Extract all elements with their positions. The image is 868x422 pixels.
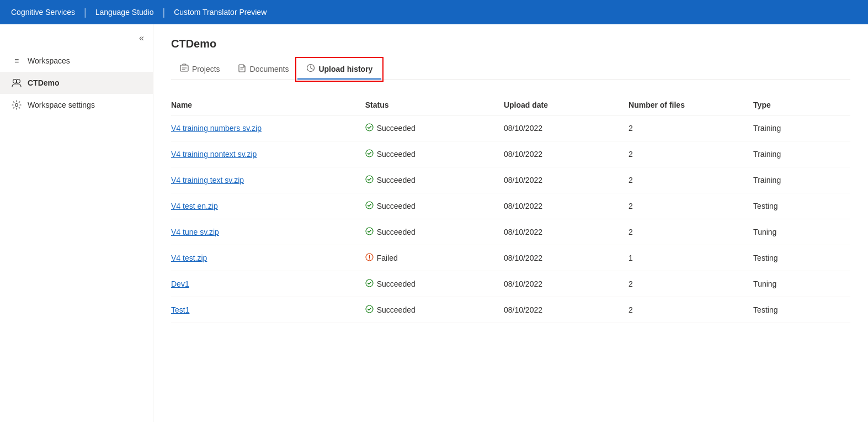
file-link[interactable]: Test1 bbox=[171, 305, 189, 314]
tabs-bar: Projects Documents bbox=[171, 59, 850, 80]
status-cell: Succeeded bbox=[365, 175, 495, 185]
status-cell: Succeeded bbox=[365, 149, 495, 159]
sidebar-item-ctdemo[interactable]: CTDemo bbox=[0, 72, 153, 94]
tab-upload-history-label: Upload history bbox=[318, 65, 372, 73]
upload-date-cell: 08/10/2022 bbox=[504, 193, 629, 219]
svg-point-8 bbox=[366, 202, 373, 209]
tab-documents[interactable]: Documents bbox=[229, 59, 298, 80]
succeeded-icon bbox=[365, 201, 374, 211]
svg-point-5 bbox=[366, 124, 373, 131]
file-link[interactable]: Dev1 bbox=[171, 279, 189, 288]
file-link[interactable]: V4 training nontext sv.zip bbox=[171, 150, 257, 159]
tab-upload-history[interactable]: Upload history bbox=[297, 59, 381, 80]
topbar-sep-1: | bbox=[84, 7, 87, 18]
type-cell: Testing bbox=[753, 297, 850, 323]
col-header-status: Status bbox=[365, 95, 504, 115]
succeeded-icon bbox=[365, 123, 374, 133]
status-cell: Succeeded bbox=[365, 227, 495, 237]
status-text: Succeeded bbox=[377, 228, 416, 236]
num-files-cell: 2 bbox=[629, 297, 753, 323]
workspace-settings-icon bbox=[11, 99, 22, 110]
sidebar-item-workspace-settings-label: Workspace settings bbox=[28, 101, 95, 109]
topbar-sep-2: | bbox=[163, 7, 166, 18]
file-link[interactable]: V4 training numbers sv.zip bbox=[171, 124, 262, 133]
sidebar-item-ctdemo-label: CTDemo bbox=[28, 78, 60, 87]
documents-tab-icon bbox=[238, 64, 247, 74]
file-link[interactable]: V4 test.zip bbox=[171, 254, 207, 262]
upload-date-cell: 08/10/2022 bbox=[504, 115, 629, 141]
sidebar-item-workspaces-label: Workspaces bbox=[28, 56, 70, 65]
status-cell: Succeeded bbox=[365, 279, 495, 289]
file-link[interactable]: V4 training text sv.zip bbox=[171, 176, 244, 184]
succeeded-icon bbox=[365, 279, 374, 289]
table-row: V4 test en.zipSucceeded08/10/20222Testin… bbox=[171, 193, 850, 219]
status-cell: Succeeded bbox=[365, 201, 495, 211]
col-header-upload-date: Upload date bbox=[504, 95, 629, 115]
type-cell: Training bbox=[753, 167, 850, 193]
num-files-cell: 2 bbox=[629, 141, 753, 167]
ctdemo-icon bbox=[11, 77, 22, 88]
brand-language[interactable]: Language Studio bbox=[95, 8, 154, 17]
tab-projects-label: Projects bbox=[192, 65, 220, 73]
upload-date-cell: 08/10/2022 bbox=[504, 297, 629, 323]
status-text: Failed bbox=[377, 254, 398, 262]
table-row: V4 test.zipFailed08/10/20221Testing bbox=[171, 245, 850, 271]
status-cell: Failed bbox=[365, 253, 495, 263]
status-text: Succeeded bbox=[377, 279, 416, 288]
succeeded-icon bbox=[365, 305, 374, 315]
failed-icon bbox=[365, 253, 374, 263]
brand-custom-translator[interactable]: Custom Translator Preview bbox=[174, 8, 267, 17]
table-row: V4 tune sv.zipSucceeded08/10/20222Tuning bbox=[171, 219, 850, 245]
upload-date-cell: 08/10/2022 bbox=[504, 141, 629, 167]
workspaces-icon: ≡ bbox=[11, 55, 22, 66]
sidebar: « ≡ Workspaces CTDemo Wo bbox=[0, 24, 153, 422]
type-cell: Tuning bbox=[753, 219, 850, 245]
upload-date-cell: 08/10/2022 bbox=[504, 271, 629, 297]
upload-date-cell: 08/10/2022 bbox=[504, 219, 629, 245]
table-row: V4 training numbers sv.zipSucceeded08/10… bbox=[171, 115, 850, 141]
table-row: V4 training nontext sv.zipSucceeded08/10… bbox=[171, 141, 850, 167]
svg-point-12 bbox=[366, 305, 373, 313]
tab-documents-label: Documents bbox=[250, 65, 289, 73]
num-files-cell: 2 bbox=[629, 167, 753, 193]
upload-date-cell: 08/10/2022 bbox=[504, 245, 629, 271]
succeeded-icon bbox=[365, 149, 374, 159]
upload-history-tab-icon bbox=[306, 64, 315, 74]
col-header-name: Name bbox=[171, 95, 365, 115]
succeeded-icon bbox=[365, 175, 374, 185]
main-content: CTDemo Projects bbox=[153, 24, 868, 422]
status-text: Succeeded bbox=[377, 176, 416, 184]
file-link[interactable]: V4 tune sv.zip bbox=[171, 228, 219, 236]
tab-projects[interactable]: Projects bbox=[171, 59, 229, 80]
status-text: Succeeded bbox=[377, 202, 416, 210]
num-files-cell: 2 bbox=[629, 219, 753, 245]
succeeded-icon bbox=[365, 227, 374, 237]
table-header: Name Status Upload date Number of files … bbox=[171, 95, 850, 115]
col-header-num-files: Number of files bbox=[629, 95, 753, 115]
num-files-cell: 2 bbox=[629, 271, 753, 297]
table-row: V4 training text sv.zipSucceeded08/10/20… bbox=[171, 167, 850, 193]
svg-point-11 bbox=[366, 279, 373, 287]
type-cell: Training bbox=[753, 141, 850, 167]
svg-point-9 bbox=[366, 228, 373, 235]
brand-cognitive[interactable]: Cognitive Services bbox=[11, 8, 75, 17]
upload-date-cell: 08/10/2022 bbox=[504, 167, 629, 193]
topbar: Cognitive Services | Language Studio | C… bbox=[0, 0, 868, 24]
status-text: Succeeded bbox=[377, 150, 416, 159]
sidebar-item-workspaces[interactable]: ≡ Workspaces bbox=[0, 50, 153, 72]
table-body: V4 training numbers sv.zipSucceeded08/10… bbox=[171, 115, 850, 323]
type-cell: Testing bbox=[753, 193, 850, 219]
svg-point-6 bbox=[366, 150, 373, 157]
projects-tab-icon bbox=[180, 64, 189, 74]
status-text: Succeeded bbox=[377, 305, 416, 314]
svg-point-2 bbox=[15, 104, 18, 107]
sidebar-item-workspace-settings[interactable]: Workspace settings bbox=[0, 94, 153, 116]
type-cell: Training bbox=[753, 115, 850, 141]
type-cell: Tuning bbox=[753, 271, 850, 297]
collapse-sidebar-button[interactable]: « bbox=[137, 31, 146, 45]
sidebar-collapse-area: « bbox=[0, 29, 153, 50]
status-text: Succeeded bbox=[377, 124, 416, 133]
col-header-type: Type bbox=[753, 95, 850, 115]
file-link[interactable]: V4 test en.zip bbox=[171, 202, 218, 210]
status-cell: Succeeded bbox=[365, 305, 495, 315]
